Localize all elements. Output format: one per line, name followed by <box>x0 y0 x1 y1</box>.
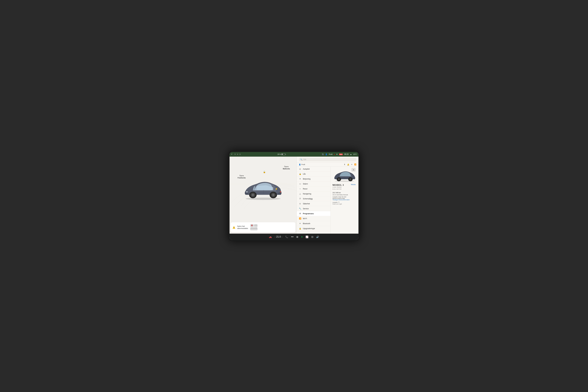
temp-chevron-right[interactable]: › <box>282 236 282 238</box>
download-icon: ⬇ <box>336 154 338 155</box>
navigering-icon: △ <box>299 193 302 195</box>
svg-point-24 <box>338 178 340 180</box>
pkg-note: Paket som ingår <box>332 203 357 205</box>
autopilot-icon: ◎ <box>299 168 302 170</box>
svg-point-27 <box>350 178 351 180</box>
volume-icon[interactable]: 🔊 <box>316 236 319 238</box>
wifi-icon: 📶 <box>299 218 302 220</box>
las-label: Lås <box>303 173 306 175</box>
wifi-label: Wi-Fi <box>303 218 307 220</box>
bluetooth-sub-icon[interactable]: ✳ <box>351 164 352 166</box>
status-right: 📷 👤 Profil ● ⬇ SOS 09:26 ☁ 13°C <box>322 153 357 155</box>
menu-item-skarm[interactable]: ▭ Skärm <box>297 182 330 186</box>
menu-item-programvara[interactable]: ⬇ Programvara <box>297 211 330 216</box>
svg-point-0 <box>246 198 280 200</box>
schemalage-label: Schemalägg <box>303 198 313 200</box>
time-display: 09:26 <box>344 153 348 155</box>
profile-label-top[interactable]: Profil <box>329 154 332 155</box>
nebula-badge: Nebula <box>351 184 356 185</box>
search-icon: 🔍 <box>300 158 302 160</box>
apps-icon[interactable]: ⊞ <box>296 236 298 238</box>
svg-rect-15 <box>250 228 257 229</box>
content-area: ◎ Autopilot 🔒 Lås ☀ Belysning ▭ <box>297 166 358 234</box>
car-bottom-icon: 🚗 <box>269 236 272 238</box>
menu-item-bluetooth[interactable]: ✳ Bluetooth <box>297 221 330 226</box>
autopilot-pkg-label: Autopilot <box>332 202 338 203</box>
temperature-control: ‹ 21.0 › <box>275 236 282 238</box>
prnd-display: P R N D <box>231 154 241 155</box>
warning-text: Spänn fast säkerhetsbältet <box>237 225 248 230</box>
programvara-icon: ⬇ <box>299 212 302 215</box>
profile-label[interactable]: 👤 Profil <box>299 164 305 166</box>
sub-icons: ⬇ 🔔 ✳ 📶 <box>344 164 356 166</box>
framlucka-bold-text: Framlucka <box>238 177 246 179</box>
sos-badge[interactable]: SOS <box>339 154 343 155</box>
menu-item-navigering[interactable]: △ Navigering <box>297 191 330 196</box>
menu-item-resor[interactable]: ⌁ Resor <box>297 186 330 191</box>
vehicle-info-link[interactable]: Ytterligare fordonsinformation <box>332 199 357 200</box>
left-panel: Öppna Framlucka Öppna Baklucka 🔓 ⚡ <box>230 156 296 234</box>
car-svg <box>241 177 285 200</box>
menu-item-las[interactable]: 🔒 Lås <box>297 172 330 176</box>
screen: P R N D 29 % 📷 👤 Profil ● ⬇ SOS 09:26 ☁ … <box>230 152 358 240</box>
menu-item-autopilot[interactable]: ◎ Autopilot <box>297 166 330 172</box>
seat-diagram <box>250 224 258 231</box>
main-content: Öppna Framlucka Öppna Baklucka 🔓 ⚡ <box>230 156 358 234</box>
sub-header: 👤 Profil ⬇ 🔔 ✳ 📶 <box>297 162 358 166</box>
battery-percent: 29 % <box>278 154 281 155</box>
bottom-warning: ⚠️ Spänn fast säkerhetsbältet <box>231 222 296 232</box>
right-panel: 🔍 Sök 👤 Profil ⬇ 🔔 ✳ 📶 <box>296 156 358 234</box>
menu-item-uppgraderingar[interactable]: 🔓 Uppgraderingar <box>297 226 330 231</box>
status-bar: P R N D 29 % 📷 👤 Profil ● ⬇ SOS 09:26 ☁ … <box>230 152 358 156</box>
las-icon: 🔒 <box>299 173 302 175</box>
autopilot-label: Autopilot <box>303 168 310 170</box>
profile-label-text: Profil <box>302 164 305 166</box>
signal-sub-icon[interactable]: 📶 <box>354 164 356 166</box>
search-box[interactable]: 🔍 Sök <box>299 158 356 161</box>
label-framlucka[interactable]: Öppna Framlucka <box>238 175 246 179</box>
skarm-label: Skärm <box>303 183 308 185</box>
service-label: Service <box>303 208 309 210</box>
profile-person-icon: 👤 <box>299 164 301 166</box>
record-icon: ● <box>334 154 335 155</box>
battery-icon <box>281 154 286 155</box>
resor-label: Resor <box>303 188 308 190</box>
profile-icon-top: 👤 <box>325 154 328 155</box>
dots-menu-icon[interactable]: ••• <box>291 236 294 238</box>
search-placeholder: Sök <box>303 158 306 160</box>
menu-item-schemalägg[interactable]: ⏱ Schemalägg <box>297 196 330 201</box>
media-icon[interactable]: ⊡ <box>311 236 313 238</box>
lock-icon-car[interactable]: 🔓 <box>263 171 266 173</box>
phone-icon[interactable]: 📞 <box>285 236 288 238</box>
speaker-sub-icon[interactable]: 🔔 <box>347 164 349 166</box>
spotify-icon[interactable]: ● <box>301 236 302 238</box>
model-sub1: LONG RANGE <box>332 186 357 188</box>
weather-icon: ☁ <box>350 154 352 155</box>
bluetooth-icon: ✳ <box>299 222 302 224</box>
energy-icon[interactable]: 📈 <box>306 236 308 238</box>
menu-item-belysning[interactable]: ☀ Belysning <box>297 176 330 182</box>
warning-line1: Spänn fast <box>237 225 245 227</box>
baklucka-bold-text: Baklucka <box>283 168 290 170</box>
temp-chevron-left[interactable]: ‹ <box>275 236 275 238</box>
resor-icon: ⌁ <box>299 188 302 190</box>
car-info-relative: ⬇ Nebula MODEL 3 LONG RANGE DUAL MOTOR 1… <box>332 168 357 205</box>
autopilot-note: Autopilot: Dator för total självkörnings… <box>332 196 357 199</box>
framlucka-top-text: Öppna <box>240 175 244 176</box>
schemalage-icon: ⏱ <box>299 198 302 200</box>
svg-point-8 <box>272 194 274 196</box>
service-icon: 🔧 <box>299 208 302 210</box>
label-baklucka[interactable]: Öppna Baklucka <box>283 166 290 170</box>
sakerhet-label: Säkerhet <box>303 203 310 205</box>
charging-bolt-icon: ⚡ <box>275 188 278 190</box>
bottom-bar: 🚗 ‹ 21.0 › 📞 ••• ⊞ ● 📈 ⊡ 🔊 <box>230 234 358 240</box>
screen-bezel: P R N D 29 % 📷 👤 Profil ● ⬇ SOS 09:26 ☁ … <box>228 151 360 241</box>
download-sub-icon[interactable]: ⬇ <box>344 164 345 166</box>
warning-icon: ⚠️ <box>232 226 236 229</box>
menu-item-sakerhet[interactable]: ⊙ Säkerhet <box>297 201 330 206</box>
temperature-display: 13°C <box>353 154 357 155</box>
menu-item-service[interactable]: 🔧 Service <box>297 206 330 211</box>
software-update-icon: ⬇ <box>352 168 356 172</box>
menu-item-wifi[interactable]: 📶 Wi-Fi <box>297 216 330 221</box>
belysning-label: Belysning <box>303 178 310 180</box>
